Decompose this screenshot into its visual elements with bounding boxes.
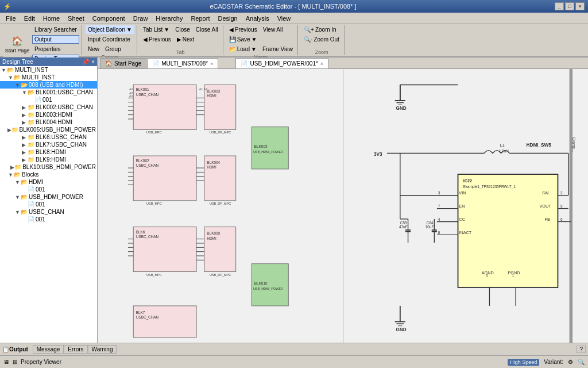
tree-toggle-10[interactable]: ▶ — [22, 142, 28, 148]
tree-label-5: BLK002:USBC_CHAN — [36, 104, 93, 110]
close-tab-button[interactable]: Close — [173, 25, 192, 34]
menu-item-sheet[interactable]: Sheet — [64, 14, 88, 23]
maximize-button[interactable]: □ — [565, 2, 574, 10]
output-button[interactable]: Output — [32, 35, 79, 44]
window-controls[interactable]: _ □ × — [555, 2, 585, 10]
sidebar-close-button[interactable]: × — [91, 59, 95, 65]
zoom-in-button[interactable]: 🔍+ Zoom In — [301, 25, 342, 34]
svg-text:USBC_CHAN: USBC_CHAN — [136, 163, 159, 168]
menu-item-report[interactable]: Report — [187, 14, 213, 23]
new-button[interactable]: New — [86, 45, 102, 53]
tree-toggle-5[interactable]: ▶ — [22, 105, 28, 110]
tree-item-5[interactable]: ▶📁BLK002:USBC_CHAN — [0, 103, 97, 111]
tree-item-8[interactable]: ▶📁BLK005:USB_HDMI_POWER — [0, 126, 97, 133]
input-coordinate-button[interactable]: Input Coordinate — [86, 35, 133, 44]
tree-toggle-2[interactable]: ▼ — [15, 82, 21, 88]
tree-toggle-6[interactable]: ▶ — [22, 112, 28, 118]
sidebar-pin-button[interactable]: 📌 — [82, 59, 89, 65]
menu-item-analysis[interactable]: Analysis — [242, 14, 273, 23]
svg-text:1: 1 — [512, 274, 514, 278]
tree-item-20[interactable]: 📄001 — [0, 216, 97, 223]
tree-item-18[interactable]: 📄001 — [0, 201, 97, 208]
previous-tab-button[interactable]: ◀ Previous — [141, 35, 173, 44]
object-balloon-button[interactable]: Object Balloon▼ — [86, 25, 134, 34]
tree-toggle-15[interactable]: ▼ — [15, 179, 21, 185]
tree-item-9[interactable]: ▶📁BLK6:USBC_CHAN — [0, 133, 97, 141]
prev-view-button[interactable]: ◀ Previous — [227, 25, 260, 34]
svg-text:USB_MPC: USB_MPC — [146, 131, 162, 134]
svg-text:VOUT: VOUT — [539, 204, 551, 209]
settings-icon[interactable]: ⚙ — [568, 359, 573, 365]
tree-toggle-12[interactable]: ▶ — [22, 157, 28, 163]
output-help-button[interactable]: ? — [577, 346, 586, 353]
svg-text:SW: SW — [541, 190, 548, 195]
tree-item-13[interactable]: ▶📁BLK10:USB_HDMI_POWER — [0, 163, 97, 171]
tree-item-3[interactable]: ▼📂BLK001:USBC_CHAN — [0, 89, 97, 96]
tree-toggle-0[interactable]: ▼ — [1, 67, 7, 73]
toolbar-group-zoom: 🔍+ Zoom In 🔍- Zoom Out Zoom — [299, 25, 345, 55]
menu-item-design[interactable]: Design — [214, 14, 241, 23]
tree-item-16[interactable]: 📄001 — [0, 186, 97, 193]
tree-toggle-1[interactable]: ▼ — [8, 75, 14, 80]
menu-item-component[interactable]: Component — [89, 14, 129, 23]
tree-item-0[interactable]: ▼📂MULTI_INST — [0, 66, 97, 74]
tab-multi-inst[interactable]: 📄 MULTI_INST/008* × — [147, 58, 218, 68]
tree-toggle-13[interactable]: ▶ — [10, 164, 14, 170]
tree-item-11[interactable]: ▶📁BLK8:HDMI — [0, 148, 97, 156]
tree-toggle-7[interactable]: ▶ — [22, 120, 28, 125]
tree-toggle-9[interactable]: ▶ — [22, 135, 28, 140]
tree-item-2[interactable]: ▼📂008 (USB and HDMI) — [0, 81, 97, 89]
svg-text:3V3: 3V3 — [374, 152, 382, 157]
menu-item-home[interactable]: Home — [40, 14, 63, 23]
tree-toggle-19[interactable]: ▼ — [15, 209, 21, 215]
tree-item-15[interactable]: ▼📂HDMI — [0, 178, 97, 186]
folder-icon-19: 📂 — [21, 209, 28, 215]
tab-start-page[interactable]: 🏠 Start Page — [100, 58, 146, 68]
usb-hdmi-tab-close[interactable]: × — [320, 61, 323, 67]
tree-item-1[interactable]: ▼📂MULTI_INST — [0, 74, 97, 81]
properties-button[interactable]: Properties — [32, 45, 79, 53]
left-schematic-panel[interactable]: BLK001 USBC_CHAN A1 — [98, 69, 343, 343]
tree-item-4[interactable]: 📄001 — [0, 96, 97, 103]
load-view-button[interactable]: 📂 Load▼ — [227, 45, 259, 53]
tab-list-button[interactable]: Tab List▼ — [141, 25, 172, 34]
tree-item-14[interactable]: ▼📂Blocks — [0, 171, 97, 178]
tree-toggle-14[interactable]: ▼ — [8, 172, 14, 178]
svg-text:FB: FB — [544, 217, 550, 222]
zoom-out-button[interactable]: 🔍- Zoom Out — [301, 35, 342, 44]
tree-toggle-3[interactable]: ▼ — [22, 90, 28, 95]
tree-item-12[interactable]: ▶📁BLK9:HDMI — [0, 156, 97, 163]
group-button[interactable]: Group — [103, 45, 123, 53]
tree-toggle-11[interactable]: ▶ — [22, 150, 28, 155]
menu-item-draw[interactable]: Draw — [130, 14, 152, 23]
tree-item-7[interactable]: ▶📁BLK004:HDMI — [0, 118, 97, 126]
start-page-button[interactable]: 🏠 Start Page — [3, 32, 31, 57]
tree-item-10[interactable]: ▶📁BLK7:USBC_CHAN — [0, 141, 97, 148]
tree-item-6[interactable]: ▶📁BLK003:HDMI — [0, 111, 97, 118]
multi-inst-tab-close[interactable]: × — [210, 61, 213, 67]
tree-item-19[interactable]: ▼📂USBC_CHAN — [0, 208, 97, 216]
library-searcher-button[interactable]: Library Searcher — [32, 25, 79, 34]
previous-tab-label: Previous — [149, 36, 171, 43]
next-tab-button[interactable]: ▶ Next — [175, 35, 197, 44]
output-tab-message[interactable]: Message — [33, 345, 64, 354]
menu-item-edit[interactable]: Edit — [21, 14, 38, 23]
output-tab-errors[interactable]: Errors — [64, 345, 87, 354]
save-view-button[interactable]: 💾 Save▼ — [227, 35, 260, 44]
tree-item-17[interactable]: ▼📂USB_HDMI_POWER — [0, 193, 97, 201]
minimize-button[interactable]: _ — [555, 2, 564, 10]
svg-text:EN: EN — [459, 204, 465, 209]
close-button[interactable]: × — [575, 2, 585, 10]
close-all-button[interactable]: Close All — [194, 25, 220, 34]
menu-item-file[interactable]: File — [2, 14, 20, 23]
tree-toggle-17[interactable]: ▼ — [15, 194, 21, 200]
frame-view-button[interactable]: Frame View — [260, 45, 295, 53]
tree-toggle-8[interactable]: ▶ — [7, 127, 11, 133]
multi-inst-tab-icon: 📄 — [152, 60, 159, 67]
right-schematic-panel[interactable]: Examp... GND 3V3 L1 1.0uH — [343, 69, 589, 343]
view-all-button[interactable]: View All — [261, 25, 285, 34]
menu-item-hierarchy[interactable]: Hierarchy — [152, 14, 186, 23]
tab-usb-hdmi-power[interactable]: 📄 USB_HDMI_POWER/001* × — [235, 58, 328, 68]
output-tab-warning[interactable]: Warning — [88, 345, 117, 354]
menu-item-view[interactable]: View — [274, 14, 295, 23]
